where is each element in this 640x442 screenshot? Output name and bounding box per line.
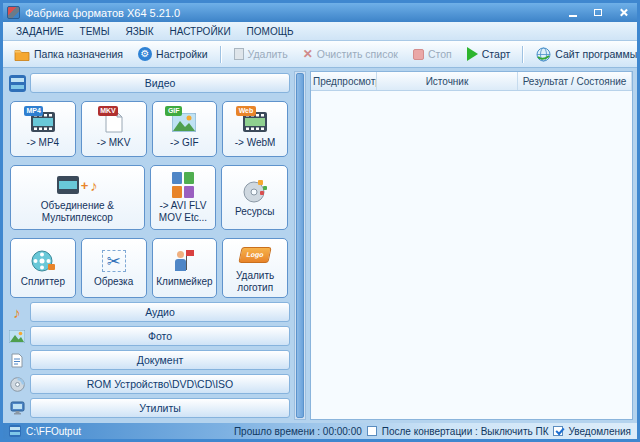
start-label: Старт [482,48,511,60]
tool-button-mux[interactable]: + ♪ Объединение & Мультиплексор [10,165,145,229]
titlebar: Фабрика форматов X64 5.21.0 [3,3,637,22]
notifications-checkbox[interactable] [553,426,563,436]
formats-grid-icon [172,172,194,198]
menu-item-settings[interactable]: НАСТРОЙКИ [163,25,238,38]
tool-button-splitter[interactable]: Сплиттер [10,238,76,298]
website-button[interactable]: Сайт программы [530,45,640,64]
tool-button-to-webm[interactable]: Web -> WebM [222,101,288,157]
stop-icon [413,49,424,60]
toolbar-separator [220,46,222,63]
app-icon [7,6,20,19]
sidebar: Видео MP4 -> MP4 [3,68,306,423]
start-button[interactable]: Старт [461,45,517,63]
webm-file-icon: Web [243,109,267,135]
tool-button-to-mp4[interactable]: MP4 -> MP4 [10,101,76,157]
utilities-section-label: Утилиты [30,398,290,418]
section-header-utilities[interactable]: Утилиты [8,398,290,418]
tool-button-to-avi-flv-mov[interactable]: -> AVI FLV MOV Etc... [150,165,217,229]
settings-button[interactable]: ⚙ Настройки [132,45,214,63]
menu-item-help[interactable]: ПОМОЩЬ [240,25,301,38]
logo-badge: Logo [238,247,271,263]
tool-label: -> WebM [235,137,276,149]
minimize-button[interactable] [563,5,583,20]
elapsed-time-label: Прошло времени : 00:00:00 [234,426,362,437]
tool-label: -> MP4 [27,137,60,149]
toolbar-separator [522,46,524,63]
tool-button-clipmaker[interactable]: Клипмейкер [152,238,218,298]
utilities-section-icon [8,399,26,417]
delete-button[interactable]: Удалить [228,46,294,62]
tool-label: Удалить логотип [225,270,285,293]
tool-button-to-gif[interactable]: GIF -> GIF [152,101,218,157]
tool-button-resources[interactable]: Ресурсы [221,165,288,229]
statusbar: C:\FFOutput Прошло времени : 00:00:00 По… [3,423,637,439]
close-icon [619,8,628,17]
audio-section-label: Аудио [30,302,290,322]
stop-button[interactable]: Стоп [407,46,458,62]
toolbar: Папка назначения ⚙ Настройки Удалить ✕ О… [3,41,637,68]
menu-item-themes[interactable]: ТЕМЫ [73,25,117,38]
column-header-source[interactable]: Источник [377,72,518,90]
close-button[interactable] [613,5,633,20]
tool-button-remove-logo[interactable]: Logo Удалить логотип [222,238,288,298]
tool-label: Обрезка [94,276,133,288]
output-path[interactable]: C:\FFOutput [26,426,81,437]
plus-icon: + [81,179,89,192]
output-folder-button[interactable]: Папка назначения [8,46,129,63]
delete-icon [234,48,244,60]
delete-label: Удалить [248,48,288,60]
menu-item-task[interactable]: ЗАДАНИЕ [9,25,71,38]
tool-label: Клипмейкер [156,276,212,288]
crop-scissors-icon: ✂ [102,248,126,274]
sidebar-scrollbar[interactable] [294,71,306,420]
gif-badge: GIF [165,106,182,116]
maximize-icon [594,9,602,16]
start-icon [467,47,478,61]
section-header-audio[interactable]: ♪ Аудио [8,302,290,322]
filelist-panel: Предпросмотр Источник Результат / Состоя… [310,71,633,420]
tool-button-crop[interactable]: ✂ Обрезка [81,238,147,298]
video-tools-grid: MP4 -> MP4 MKV -> MKV [8,95,292,300]
settings-label: Настройки [156,48,208,60]
section-header-rom[interactable]: ROM Устройство\DVD\CD\ISO [8,374,290,394]
section-header-photo[interactable]: Фото [8,326,290,346]
clear-list-button[interactable]: ✕ Очистить список [297,46,404,62]
column-header-preview[interactable]: Предпросмотр [311,72,377,90]
tool-label: -> AVI FLV MOV Etc... [153,200,214,223]
clear-list-icon: ✕ [303,48,313,60]
shutdown-after-checkbox[interactable] [367,426,377,436]
filelist-body[interactable] [311,91,632,419]
scrollbar-thumb[interactable] [296,73,304,418]
video-section-icon [8,74,26,92]
tool-button-to-mkv[interactable]: MKV -> MKV [81,101,147,157]
gif-file-icon: GIF [172,109,196,135]
tool-label: Объединение & Мультиплексор [13,200,142,223]
webm-badge: Web [236,106,256,116]
tool-label: -> MKV [97,137,131,149]
tool-label: -> GIF [170,137,199,149]
filelist-header: Предпросмотр Источник Результат / Состоя… [311,72,632,91]
clipmaker-icon [174,248,194,274]
section-header-document[interactable]: Документ [8,350,290,370]
mp4-file-icon: MP4 [31,109,55,135]
tool-label: Сплиттер [21,276,65,288]
audio-section-icon: ♪ [8,303,26,321]
photo-section-icon [8,327,26,345]
folder-icon [14,48,30,61]
notifications-label: Уведомления [568,426,631,437]
resources-icon [242,178,268,204]
mkv-file-icon: MKV [105,109,123,135]
output-folder-label: Папка назначения [34,48,123,60]
minimize-icon [569,15,577,17]
rom-section-label: ROM Устройство\DVD\CD\ISO [30,374,290,394]
document-section-label: Документ [30,350,290,370]
menu-item-language[interactable]: ЯЗЫК [119,25,161,38]
section-header-video[interactable]: Видео [8,73,290,93]
main-area: Видео MP4 -> MP4 [3,68,637,423]
splitter-icon [31,248,55,274]
menubar: ЗАДАНИЕ ТЕМЫ ЯЗЫК НАСТРОЙКИ ПОМОЩЬ [3,22,637,41]
document-section-icon [8,351,26,369]
settings-icon: ⚙ [138,47,152,61]
column-header-result[interactable]: Результат / Состояние [518,72,632,90]
maximize-button[interactable] [588,5,608,20]
